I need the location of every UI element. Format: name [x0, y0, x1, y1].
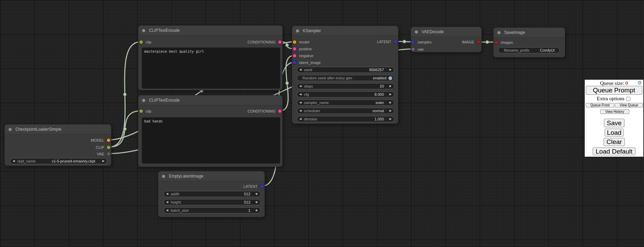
decrement-arrow-icon[interactable]: ◀ — [10, 158, 17, 164]
increment-arrow-icon[interactable]: ▶ — [387, 67, 394, 73]
latent-slot-dot-icon[interactable] — [293, 61, 296, 64]
collapse-dot-icon[interactable] — [415, 30, 418, 34]
output-slot-conditioning[interactable]: CONDITIONING — [248, 109, 282, 114]
decrement-arrow-icon[interactable]: ◀ — [297, 108, 304, 114]
width-widget[interactable]: ◀ width 512 ▶ — [163, 191, 261, 197]
increment-arrow-icon[interactable]: ▶ — [387, 92, 394, 97]
decrement-arrow-icon[interactable]: ◀ — [297, 67, 304, 73]
node-header[interactable]: VAEDecode — [411, 27, 481, 37]
input-slot-latent-image[interactable]: latent_image — [293, 60, 321, 65]
conditioning-slot-dot-icon[interactable] — [278, 40, 282, 44]
seed-widget[interactable]: ◀ seed 8566257 ▶ — [297, 67, 394, 73]
height-widget[interactable]: ◀ height 512 ▶ — [163, 199, 261, 205]
increment-arrow-icon[interactable]: ▶ — [387, 116, 394, 122]
clip-slot-dot-icon[interactable] — [107, 146, 110, 149]
decrement-arrow-icon[interactable]: ◀ — [297, 83, 304, 89]
node-clip-text-encode-positive[interactable]: CLIPTextEncode clip CONDITIONING masterp… — [138, 25, 283, 90]
collapse-dot-icon[interactable] — [296, 29, 299, 32]
output-slot-vae[interactable]: VAE — [97, 152, 110, 156]
conditioning-slot-dot-icon[interactable] — [293, 54, 296, 57]
increment-arrow-icon[interactable]: ▶ — [387, 100, 394, 105]
prompt-textarea[interactable]: masterpiece best quality girl — [142, 48, 280, 89]
input-slot-vae[interactable]: vae — [411, 47, 424, 52]
collapse-dot-icon[interactable] — [142, 99, 145, 102]
load-button[interactable]: Load — [605, 129, 624, 136]
extra-options-checkbox[interactable] — [626, 97, 630, 101]
model-slot-dot-icon[interactable] — [107, 139, 110, 142]
input-slot-clip[interactable]: clip — [139, 109, 151, 114]
clip-slot-dot-icon[interactable] — [139, 40, 143, 44]
node-header[interactable]: SaveImage — [494, 28, 565, 38]
node-header[interactable]: CLIPTextEncode — [138, 26, 282, 36]
latent-slot-dot-icon[interactable] — [260, 185, 264, 188]
node-save-image[interactable]: SaveImage images filename_prefix ComfyUI — [493, 27, 565, 57]
decrement-arrow-icon[interactable]: ◀ — [164, 208, 171, 213]
increment-arrow-icon[interactable]: ▶ — [253, 191, 260, 197]
model-slot-dot-icon[interactable] — [293, 40, 296, 44]
output-slot-clip[interactable]: CLIP — [96, 145, 110, 150]
node-ksampler[interactable]: KSampler model positive negative latent_… — [292, 26, 398, 124]
clip-slot-dot-icon[interactable] — [139, 109, 143, 113]
node-header[interactable]: KSampler — [292, 26, 398, 36]
ckpt-name-combo[interactable]: ◀ ckpt_name v1-5-pruned-emaonly.ckpt ▶ — [10, 158, 107, 164]
view-queue-button[interactable]: View Queue — [615, 103, 643, 107]
image-slot-dot-icon[interactable] — [495, 41, 498, 44]
node-header[interactable]: EmptyLatentImage — [158, 171, 264, 181]
settings-gear-icon[interactable]: ⚙ — [637, 80, 642, 86]
increment-arrow-icon[interactable]: ▶ — [387, 83, 394, 89]
collapse-dot-icon[interactable] — [9, 128, 12, 131]
denoise-widget[interactable]: ◀ denoise 1.000 ▶ — [297, 116, 394, 122]
output-slot-latent[interactable]: LATENT — [244, 184, 264, 189]
collapse-dot-icon[interactable] — [497, 31, 500, 34]
random-seed-toggle[interactable]: Random seed after every gen enabled — [297, 75, 394, 81]
view-history-button[interactable]: View History — [600, 109, 629, 114]
increment-arrow-icon[interactable]: ▶ — [253, 199, 260, 205]
vae-slot-dot-icon[interactable] — [411, 48, 415, 51]
clear-button[interactable]: Clear — [604, 138, 625, 146]
increment-arrow-icon[interactable]: ▶ — [253, 208, 260, 213]
input-slot-negative[interactable]: negative — [293, 53, 313, 58]
node-vae-decode[interactable]: VAEDecode samples vae IMAGE — [411, 27, 482, 52]
node-clip-text-encode-negative[interactable]: CLIPTextEncode clip CONDITIONING bad han… — [138, 95, 283, 167]
toggle-on-icon[interactable] — [388, 76, 392, 80]
sampler-name-combo[interactable]: ◀ sampler_name euler ▶ — [297, 100, 394, 106]
decrement-arrow-icon[interactable]: ◀ — [297, 92, 304, 97]
input-slot-images[interactable]: images — [495, 40, 513, 45]
input-slot-clip[interactable]: clip — [139, 40, 151, 44]
input-slot-samples[interactable]: samples — [411, 40, 432, 44]
filename-prefix-widget[interactable]: filename_prefix ComfyUI — [498, 47, 560, 53]
load-default-button[interactable]: Load Default — [593, 147, 635, 155]
image-slot-dot-icon[interactable] — [477, 40, 480, 44]
conditioning-slot-dot-icon[interactable] — [278, 109, 282, 113]
save-button[interactable]: Save — [604, 119, 624, 127]
output-slot-conditioning[interactable]: CONDITIONING — [248, 40, 282, 44]
node-checkpoint-loader[interactable]: CheckpointLoaderSimple MODEL CLIP VAE ◀ … — [4, 124, 111, 166]
decrement-arrow-icon[interactable]: ◀ — [297, 116, 304, 122]
decrement-arrow-icon[interactable]: ◀ — [297, 100, 304, 105]
node-header[interactable]: CheckpointLoaderSimple — [5, 125, 111, 134]
increment-arrow-icon[interactable]: ▶ — [387, 108, 394, 114]
vae-slot-dot-icon[interactable] — [107, 152, 110, 156]
prompt-textarea[interactable]: bad hands — [142, 117, 280, 164]
increment-arrow-icon[interactable]: ▶ — [100, 158, 107, 164]
conditioning-slot-dot-icon[interactable] — [293, 47, 296, 51]
graph-canvas[interactable]: { "icons": { "arrow_left": "◀", "arrow_r… — [0, 0, 644, 247]
decrement-arrow-icon[interactable]: ◀ — [164, 199, 171, 205]
queue-prompt-button[interactable]: Queue Prompt — [586, 86, 642, 95]
latent-slot-dot-icon[interactable] — [411, 40, 415, 44]
latent-slot-dot-icon[interactable] — [394, 40, 397, 43]
output-slot-model[interactable]: MODEL — [91, 138, 110, 143]
cfg-widget[interactable]: ◀ cfg 8.000 ▶ — [297, 91, 394, 98]
output-slot-image[interactable]: IMAGE — [462, 40, 480, 44]
collapse-dot-icon[interactable] — [162, 175, 165, 178]
steps-widget[interactable]: ◀ steps 20 ▶ — [297, 83, 394, 89]
output-slot-latent[interactable]: LATENT — [377, 39, 397, 44]
input-slot-positive[interactable]: positive — [293, 47, 312, 51]
scheduler-combo[interactable]: ◀ scheduler normal ▶ — [297, 108, 394, 114]
input-slot-model[interactable]: model — [293, 40, 309, 44]
batch-size-widget[interactable]: ◀ batch_size 1 ▶ — [163, 207, 261, 213]
node-header[interactable]: CLIPTextEncode — [138, 95, 282, 105]
queue-front-button[interactable]: Queue Front — [586, 103, 614, 107]
decrement-arrow-icon[interactable]: ◀ — [164, 191, 171, 197]
node-empty-latent-image[interactable]: EmptyLatentImage LATENT ◀ width 512 ▶ ◀ … — [158, 171, 265, 217]
